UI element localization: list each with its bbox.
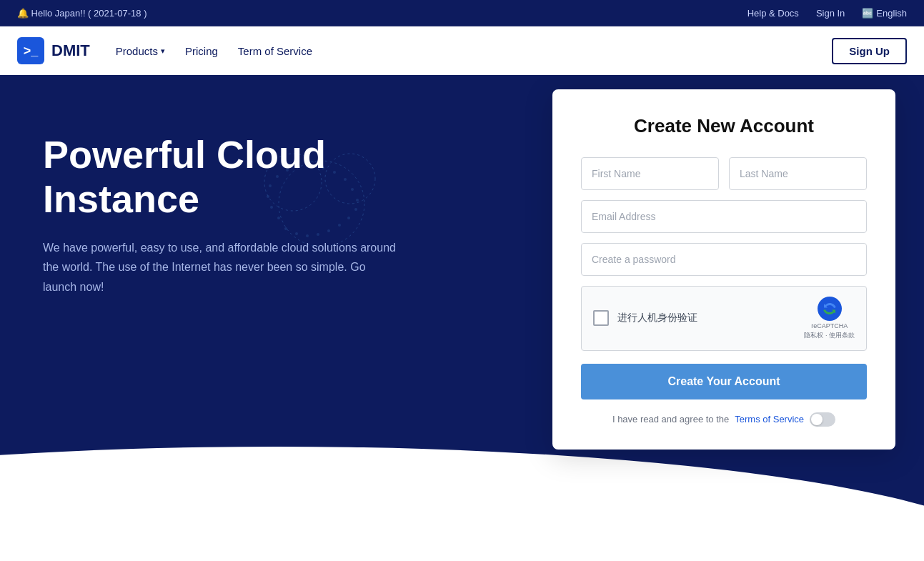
create-account-button[interactable]: Create Your Account bbox=[581, 364, 867, 399]
logo-icon: >_ bbox=[17, 37, 44, 64]
navbar: >_ DMIT Products ▾ Pricing Term of Servi… bbox=[0, 26, 924, 75]
registration-card: Create New Account 进行人机身份验证 bbox=[552, 89, 895, 450]
white-wave-decoration bbox=[0, 447, 924, 561]
signup-button[interactable]: Sign Up bbox=[832, 38, 907, 64]
recaptcha-right: reCAPTCHA 隐私权 · 使用条款 bbox=[804, 297, 855, 340]
email-group bbox=[581, 200, 867, 233]
language-selector[interactable]: 🔤 English bbox=[862, 8, 907, 19]
announcement: 🔔 Hello Japan!! ( 2021-07-18 ) bbox=[17, 8, 146, 19]
hero-section: Powerful Cloud Instance We have powerful… bbox=[0, 75, 924, 561]
top-bar: 🔔 Hello Japan!! ( 2021-07-18 ) Help & Do… bbox=[0, 0, 924, 26]
nav-products[interactable]: Products ▾ bbox=[116, 45, 165, 57]
nav-pricing[interactable]: Pricing bbox=[185, 45, 218, 57]
recaptcha-box: 进行人机身份验证 reCAPTCHA 隐私权 · 使用条款 bbox=[581, 286, 867, 351]
recaptcha-logo-icon bbox=[818, 297, 842, 321]
top-bar-right: Help & Docs Sign In 🔤 English bbox=[747, 8, 907, 19]
toggle-knob bbox=[811, 414, 823, 425]
last-name-input[interactable] bbox=[729, 157, 867, 190]
email-input[interactable] bbox=[581, 200, 867, 233]
registration-card-wrapper: Create New Account 进行人机身份验证 bbox=[552, 89, 895, 450]
logo-symbol: >_ bbox=[24, 44, 39, 59]
card-title: Create New Account bbox=[581, 115, 867, 137]
nav-tos[interactable]: Term of Service bbox=[238, 45, 312, 57]
first-name-input[interactable] bbox=[581, 157, 719, 190]
logo[interactable]: >_ DMIT bbox=[17, 37, 90, 64]
signin-link[interactable]: Sign In bbox=[816, 8, 845, 19]
password-input[interactable] bbox=[581, 243, 867, 276]
recaptcha-left: 进行人机身份验证 bbox=[593, 310, 697, 326]
logo-text: DMIT bbox=[51, 41, 90, 60]
name-row bbox=[581, 157, 867, 190]
lang-icon: 🔤 bbox=[862, 8, 873, 19]
lang-label: English bbox=[876, 8, 907, 19]
chevron-down-icon: ▾ bbox=[161, 46, 165, 56]
hero-content: Powerful Cloud Instance We have powerful… bbox=[0, 75, 472, 339]
hero-title: Powerful Cloud Instance bbox=[43, 132, 429, 221]
recaptcha-label: 进行人机身份验证 bbox=[617, 312, 697, 324]
nav-links: Products ▾ Pricing Term of Service bbox=[116, 45, 312, 57]
recaptcha-privacy-text: 隐私权 · 使用条款 bbox=[804, 331, 855, 340]
password-group bbox=[581, 243, 867, 276]
terms-text: I have read and agree to the bbox=[612, 414, 729, 425]
terms-row: I have read and agree to the Terms of Se… bbox=[581, 412, 867, 427]
recaptcha-checkbox[interactable] bbox=[593, 310, 609, 326]
terms-of-service-link[interactable]: Terms of Service bbox=[735, 414, 804, 425]
navbar-left: >_ DMIT Products ▾ Pricing Term of Servi… bbox=[17, 37, 312, 64]
hero-subtitle: We have powerful, easy to use, and affor… bbox=[43, 238, 400, 297]
recaptcha-brand-text: reCAPTCHA bbox=[804, 322, 855, 331]
help-docs-link[interactable]: Help & Docs bbox=[747, 8, 799, 19]
terms-toggle[interactable] bbox=[810, 412, 835, 427]
announcement-text: 🔔 Hello Japan!! ( 2021-07-18 ) bbox=[17, 8, 146, 19]
